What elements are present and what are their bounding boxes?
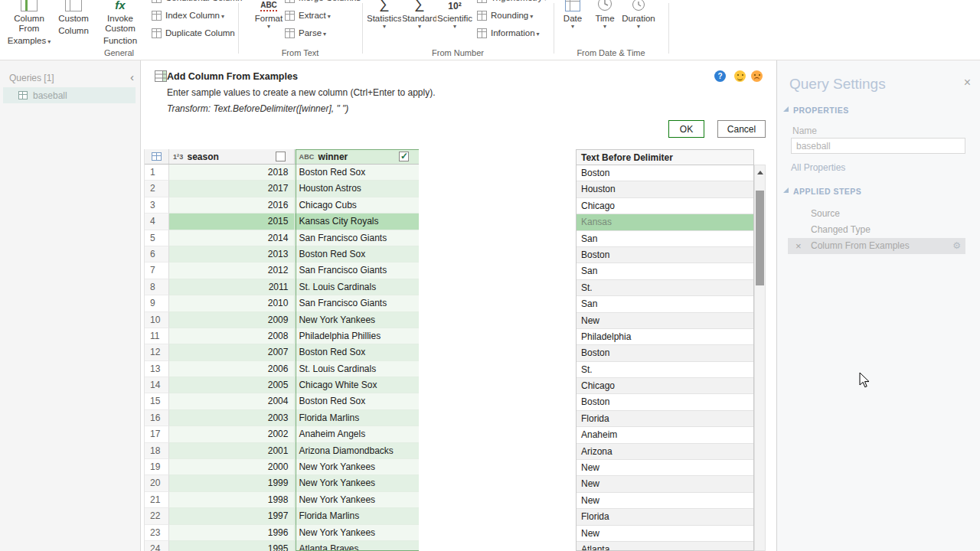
preview-row[interactable]: Philadelphia (577, 329, 753, 345)
preview-row[interactable]: Chicago (577, 378, 753, 394)
season-cell[interactable]: 2011 (169, 279, 296, 295)
season-cell[interactable]: 1999 (169, 475, 296, 491)
season-cell[interactable]: 2014 (169, 230, 296, 246)
table-row[interactable]: 122007Boston Red Sox (145, 344, 419, 360)
preview-row[interactable]: St. (577, 362, 753, 378)
table-row[interactable]: 152004Boston Red Sox (145, 393, 419, 409)
help-icon[interactable]: ? (714, 70, 726, 82)
winner-cell[interactable]: Florida Marlins (295, 508, 419, 524)
table-row[interactable]: 192000New York Yankees (145, 459, 419, 475)
season-cell[interactable]: 1995 (169, 541, 296, 551)
preview-row[interactable]: Chicago (577, 198, 753, 214)
parse-button[interactable]: Parse (285, 25, 326, 41)
preview-row[interactable]: New (577, 493, 753, 509)
send-smile-icon[interactable] (734, 70, 746, 82)
preview-row[interactable]: Houston (577, 181, 753, 197)
season-cell[interactable]: 2001 (169, 443, 296, 459)
preview-row[interactable]: Arizona (577, 444, 753, 460)
send-frown-icon[interactable] (751, 70, 763, 82)
cancel-button[interactable]: Cancel (717, 120, 766, 138)
preview-scrollbar[interactable] (754, 165, 766, 551)
winner-cell[interactable]: Atlanta Braves (295, 541, 419, 551)
ok-button[interactable]: OK (668, 120, 704, 138)
preview-row[interactable]: Boston (577, 247, 753, 263)
custom-column-button[interactable]: Custom Column (55, 0, 92, 47)
table-row[interactable]: 172002Anaheim Angels (145, 426, 419, 442)
season-cell[interactable]: 2000 (169, 459, 296, 475)
preview-row[interactable]: Florida (577, 509, 753, 525)
duration-button[interactable]: Duration ▾ (621, 0, 656, 47)
table-row[interactable]: 241995Atlanta Braves (145, 541, 419, 551)
season-cell[interactable]: 2018 (169, 165, 296, 181)
table-row[interactable]: 32016Chicago Cubs (145, 197, 419, 214)
winner-cell[interactable]: Philadelphia Phillies (295, 328, 419, 344)
format-button[interactable]: ABC Format ▾ (249, 0, 289, 47)
sidebar-item-baseball[interactable]: baseball (3, 87, 136, 103)
step-column-from-examples[interactable]: × Column From Examples ⚙ (788, 238, 965, 254)
season-column-header[interactable]: 1²3 season (169, 149, 296, 164)
winner-cell[interactable]: Boston Red Sox (295, 344, 419, 360)
season-cell[interactable]: 1996 (169, 525, 296, 541)
preview-row[interactable]: Florida (577, 411, 753, 427)
table-row[interactable]: 62013Boston Red Sox (145, 246, 419, 262)
winner-cell[interactable]: New York Yankees (295, 492, 419, 508)
table-row[interactable]: 221997Florida Marlins (145, 508, 419, 524)
table-row[interactable]: 72012San Francisco Giants (145, 262, 419, 279)
table-row[interactable]: 231996New York Yankees (145, 525, 419, 541)
winner-cell[interactable]: San Francisco Giants (295, 230, 419, 246)
scrollbar-thumb[interactable] (756, 191, 764, 285)
season-cell[interactable]: 2017 (169, 181, 296, 197)
winner-column-header[interactable]: ABC winner (295, 149, 419, 164)
table-row[interactable]: 211998New York Yankees (145, 492, 419, 508)
winner-cell[interactable]: Houston Astros (295, 181, 419, 197)
table-row[interactable]: 12018Boston Red Sox (145, 165, 419, 181)
date-button[interactable]: Date ▾ (560, 0, 586, 47)
season-cell[interactable]: 2003 (169, 410, 296, 426)
column-from-examples-button[interactable]: Column From Examples (5, 0, 54, 47)
season-cell[interactable]: 2009 (169, 312, 296, 328)
winner-cell[interactable]: Boston Red Sox (295, 393, 419, 409)
winner-cell[interactable]: Arizona Diamondbacks (295, 443, 419, 459)
season-cell[interactable]: 2015 (169, 214, 296, 230)
trigonometry-button[interactable]: Trigonometry (477, 0, 547, 5)
select-all-corner[interactable] (145, 149, 169, 164)
table-row[interactable]: 112008Philadelphia Phillies (145, 328, 419, 344)
season-cell[interactable]: 2002 (169, 426, 296, 442)
season-cell[interactable]: 1998 (169, 492, 296, 508)
extract-button[interactable]: Extract (285, 8, 331, 23)
preview-row[interactable]: New (577, 526, 753, 542)
winner-cell[interactable]: Anaheim Angels (295, 426, 419, 442)
winner-cell[interactable]: St. Louis Cardinals (295, 361, 419, 377)
winner-cell[interactable]: Boston Red Sox (295, 165, 419, 181)
table-row[interactable]: 182001Arizona Diamondbacks (145, 443, 419, 459)
winner-cell[interactable]: Boston Red Sox (295, 246, 419, 262)
table-row[interactable]: 102009New York Yankees (145, 312, 419, 328)
close-panel-icon[interactable]: × (964, 76, 971, 90)
preview-row[interactable]: New (577, 476, 753, 492)
query-name-input[interactable] (791, 138, 965, 154)
standard-button[interactable]: ∑ Standard ▾ (403, 0, 436, 47)
winner-cell[interactable]: San Francisco Giants (295, 262, 419, 279)
table-row[interactable]: 92010San Francisco Giants (145, 295, 419, 311)
preview-row[interactable]: Kansas (577, 214, 753, 230)
invoke-custom-function-button[interactable]: fx Invoke Custom Function (93, 0, 147, 47)
preview-row[interactable]: New (577, 460, 753, 476)
preview-row[interactable]: Boston (577, 165, 753, 181)
table-row[interactable]: 201999New York Yankees (145, 475, 419, 491)
preview-row[interactable]: San (577, 263, 753, 279)
winner-column-checkbox[interactable] (399, 152, 409, 161)
season-cell[interactable]: 2004 (169, 393, 296, 409)
preview-row[interactable]: San (577, 231, 753, 247)
step-changed-type[interactable]: Changed Type (788, 222, 965, 238)
duplicate-column-button[interactable]: Duplicate Column (152, 25, 235, 41)
table-row[interactable]: 22017Houston Astros (145, 181, 419, 197)
preview-row[interactable]: Atlanta (577, 542, 753, 550)
delete-step-icon[interactable]: × (795, 238, 802, 254)
preview-row[interactable]: Boston (577, 345, 753, 361)
scroll-up-arrow-icon[interactable] (755, 165, 765, 180)
scientific-button[interactable]: 10² Scientific ▾ (437, 0, 472, 47)
season-cell[interactable]: 2010 (169, 295, 296, 311)
table-row[interactable]: 42015Kansas City Royals (145, 214, 419, 230)
winner-cell[interactable]: New York Yankees (295, 525, 419, 541)
step-settings-gear-icon[interactable]: ⚙ (952, 238, 961, 254)
